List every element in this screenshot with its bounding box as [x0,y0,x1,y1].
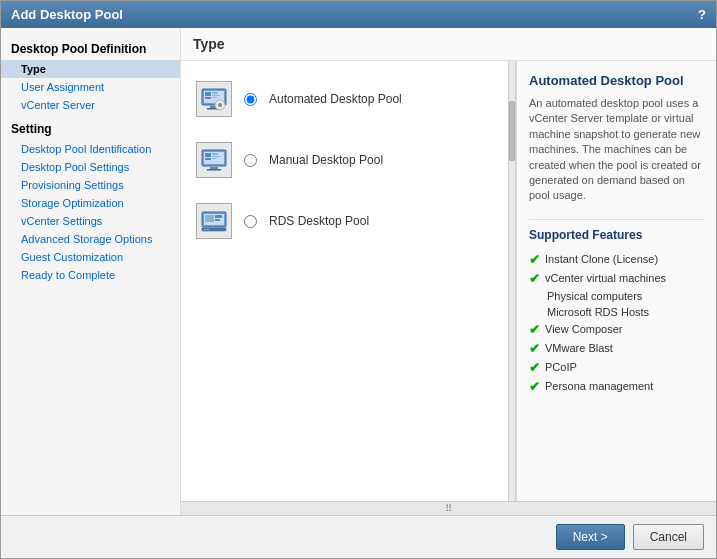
svg-rect-6 [212,97,217,98]
content-header: Type [181,28,716,61]
manual-icon-svg [200,146,228,174]
no-check-physical [529,290,542,302]
check-view-composer: ✔ [529,322,540,337]
scrollbar-indicator: ⠿ [445,503,452,514]
feature-view-composer-label: View Composer [545,323,622,335]
section-setting-label: Setting [1,118,180,140]
automated-pool-icon [196,81,232,117]
feature-vcenter-vms-label: vCenter virtual machines [545,272,666,284]
svg-rect-15 [212,153,218,155]
rds-pool-icon [196,203,232,239]
svg-rect-22 [205,215,214,222]
dialog-title: Add Desktop Pool [11,7,123,22]
sidebar-item-guest-customization[interactable]: Guest Customization [1,248,180,266]
svg-rect-2 [205,92,211,96]
sidebar-item-type[interactable]: Type [1,60,180,78]
feature-instant-clone: ✔ Instant Clone (License) [529,250,704,269]
features-section: Supported Features ✔ Instant Clone (Lice… [529,219,704,396]
info-panel-title: Automated Desktop Pool [529,73,704,88]
feature-view-composer: ✔ View Composer [529,320,704,339]
check-persona: ✔ [529,379,540,394]
svg-rect-3 [205,97,211,99]
automated-label[interactable]: Automated Desktop Pool [269,92,402,106]
sidebar-item-vcenter-server[interactable]: vCenter Server [1,96,180,114]
rds-pool-option: RDS Desktop Pool [196,198,493,244]
add-desktop-pool-dialog: Add Desktop Pool ? Desktop Pool Definiti… [0,0,717,559]
svg-rect-4 [212,92,218,94]
pool-options: Automated Desktop Pool [181,61,508,501]
feature-pcoip: ✔ PCoIP [529,358,704,377]
svg-rect-16 [212,156,220,157]
feature-vmware-blast: ✔ VMware Blast [529,339,704,358]
svg-rect-13 [205,153,211,157]
feature-vcenter-vms: ✔ vCenter virtual machines [529,269,704,288]
feature-physical-computers: Physical computers [529,288,704,304]
manual-pool-option: Manual Desktop Pool [196,137,493,183]
check-instant-clone: ✔ [529,252,540,267]
feature-persona-management: ✔ Persona management [529,377,704,396]
scrollbar-divider [508,61,516,501]
sidebar-item-user-assignment[interactable]: User Assignment [1,78,180,96]
sidebar-item-vcenter-settings[interactable]: vCenter Settings [1,212,180,230]
dialog-body: Desktop Pool Definition Type User Assign… [1,28,716,515]
automated-icon-svg [200,85,228,113]
cancel-button[interactable]: Cancel [633,524,704,550]
title-bar: Add Desktop Pool ? [1,1,716,28]
info-panel: Automated Desktop Pool An automated desk… [516,61,716,501]
check-vcenter-vms: ✔ [529,271,540,286]
sidebar-item-advanced-storage-options[interactable]: Advanced Storage Options [1,230,180,248]
svg-rect-19 [207,169,221,171]
info-panel-description: An automated desktop pool uses a vCenter… [529,96,704,204]
rds-radio[interactable] [244,215,257,228]
feature-vmware-blast-label: VMware Blast [545,342,613,354]
manual-radio[interactable] [244,154,257,167]
sidebar-item-storage-optimization[interactable]: Storage Optimization [1,194,180,212]
feature-instant-clone-label: Instant Clone (License) [545,253,658,265]
dialog-footer: Next > Cancel [1,515,716,558]
sidebar-scrollbar-bar: ⠿ [181,501,716,515]
manual-pool-icon [196,142,232,178]
svg-rect-14 [205,158,211,160]
manual-label[interactable]: Manual Desktop Pool [269,153,383,167]
sidebar-item-desktop-pool-settings[interactable]: Desktop Pool Settings [1,158,180,176]
feature-persona-label: Persona management [545,380,653,392]
feature-microsoft-rds-label: Microsoft RDS Hosts [547,306,649,318]
svg-point-10 [218,103,222,107]
automated-radio[interactable] [244,93,257,106]
sidebar: Desktop Pool Definition Type User Assign… [1,28,181,515]
next-button[interactable]: Next > [556,524,625,550]
svg-rect-5 [212,95,220,96]
feature-physical-computers-label: Physical computers [547,290,642,302]
svg-point-27 [207,229,209,231]
svg-rect-23 [215,215,222,218]
section-definition-label: Desktop Pool Definition [1,38,180,60]
svg-rect-17 [212,158,217,159]
feature-microsoft-rds: Microsoft RDS Hosts [529,304,704,320]
svg-rect-18 [210,167,218,169]
svg-point-26 [204,229,206,231]
sidebar-item-ready-to-complete[interactable]: Ready to Complete [1,266,180,284]
features-title: Supported Features [529,219,704,242]
sidebar-item-desktop-pool-identification[interactable]: Desktop Pool Identification [1,140,180,158]
help-icon[interactable]: ? [698,7,706,22]
sidebar-item-provisioning-settings[interactable]: Provisioning Settings [1,176,180,194]
check-vmware-blast: ✔ [529,341,540,356]
content-area: Automated Desktop Pool [181,61,716,501]
feature-pcoip-label: PCoIP [545,361,577,373]
rds-icon-svg [200,207,228,235]
svg-rect-24 [215,219,220,221]
automated-pool-option: Automated Desktop Pool [196,76,493,122]
check-pcoip: ✔ [529,360,540,375]
main-content: Type [181,28,716,515]
rds-label[interactable]: RDS Desktop Pool [269,214,369,228]
no-check-rds [529,306,542,318]
